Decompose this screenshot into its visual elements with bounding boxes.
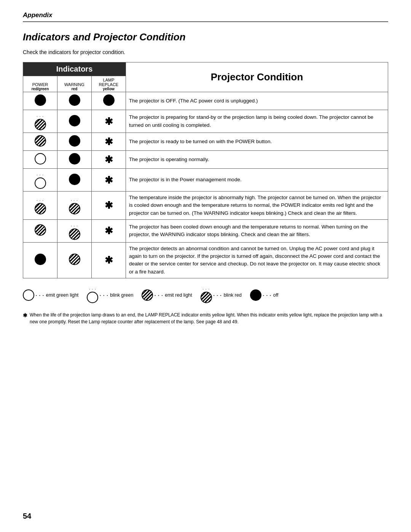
intro-text: Check the indicators for projector condi…	[23, 49, 388, 55]
icon-striped-blink	[201, 292, 212, 303]
legend-item: • • • emit green light	[23, 289, 78, 301]
condition-text-cell: The temperature inside the projector is …	[126, 192, 388, 220]
icon-empty	[23, 289, 34, 301]
blink-marks: · · ·	[37, 199, 44, 203]
icon-striped-blink	[69, 228, 80, 240]
legend-dots: • • •	[155, 294, 163, 297]
legend-dots: • • •	[100, 294, 108, 297]
blink-marks: · · ·	[37, 115, 44, 118]
lamp-indicator-cell: ✱	[92, 192, 126, 220]
power-indicator-cell: · · ·	[23, 110, 57, 133]
condition-text-cell: The projector detects an abnormal condit…	[126, 242, 388, 278]
section-title: Indicators and Projector Condition	[23, 31, 388, 43]
icon-filled	[69, 153, 80, 165]
condition-text-cell: The projector is operating normally.	[126, 151, 388, 169]
blink-marks: · · ·	[89, 288, 96, 291]
legend-item: · · ·• • • blink red	[201, 288, 242, 303]
condition-text-cell: The projector is preparing for stand-by …	[126, 110, 388, 133]
legend: • • • emit green light· · ·• • • blink g…	[23, 288, 388, 303]
footnote: ✱ When the life of the projection lamp d…	[23, 312, 388, 325]
icon-filled	[250, 289, 261, 301]
power-indicator-cell	[23, 133, 57, 151]
legend-dots: • • •	[263, 294, 272, 297]
lamp-indicator-cell	[92, 92, 126, 110]
icon-asterisk: ✱	[105, 137, 113, 147]
warning-indicator-cell	[57, 151, 92, 169]
icon-asterisk: ✱	[105, 155, 113, 165]
col-warning: WARNING red	[57, 76, 92, 92]
blink-marks: · · ·	[202, 288, 210, 291]
warning-indicator-cell	[57, 242, 92, 278]
lamp-indicator-cell: ✱	[92, 169, 126, 192]
icon-striped	[142, 289, 153, 301]
icon-filled	[69, 135, 80, 147]
icon-asterisk: ✱	[105, 200, 113, 210]
condition-text-cell: The projector has been cooled down enoug…	[126, 219, 388, 242]
warning-indicator-cell	[57, 92, 92, 110]
legend-label: blink green	[110, 292, 133, 298]
power-indicator-cell	[23, 242, 57, 278]
icon-striped-blink	[35, 203, 46, 214]
indicators-group-header: Indicators	[23, 62, 126, 76]
section-label: Appendix	[23, 11, 52, 19]
icon-asterisk: ✱	[105, 255, 113, 265]
legend-item: • • • off	[250, 289, 279, 301]
table-row: ✱The projector is operating normally.	[23, 151, 388, 169]
icon-striped	[69, 254, 80, 265]
lamp-indicator-cell: ✱	[92, 110, 126, 133]
icon-empty	[35, 153, 46, 165]
table-row: · · ·· · ·✱The temperature inside the pr…	[23, 192, 388, 220]
blink-marks: · · ·	[71, 199, 78, 203]
condition-text-cell: The projector is OFF. (The AC power cord…	[126, 92, 388, 110]
table-row: ✱The projector is ready to be turned on …	[23, 133, 388, 151]
col-lamp: LAMPREPLACE yellow	[92, 76, 126, 92]
table-row: The projector is OFF. (The AC power cord…	[23, 92, 388, 110]
icon-filled	[35, 94, 46, 106]
footnote-text: When the life of the projection lamp dra…	[30, 312, 382, 324]
table-row: ✱The projector detects an abnormal condi…	[23, 242, 388, 278]
condition-text-cell: The projector is ready to be turned on w…	[126, 133, 388, 151]
icon-filled	[69, 94, 80, 106]
icon-asterisk: ✱	[105, 117, 113, 126]
power-indicator-cell	[23, 219, 57, 242]
warning-indicator-cell	[57, 110, 92, 133]
icon-asterisk: ✱	[105, 226, 113, 236]
table-row: · · ·✱The projector is in the Power mana…	[23, 169, 388, 192]
legend-item: · · ·• • • blink green	[87, 288, 133, 303]
icon-filled	[69, 174, 80, 185]
icon-filled	[103, 94, 115, 106]
lamp-indicator-cell: ✱	[92, 151, 126, 169]
power-indicator-cell: · · ·	[23, 192, 57, 220]
col-power: POWER red/green	[23, 76, 57, 92]
legend-label: emit red light	[165, 292, 192, 298]
warning-indicator-cell	[57, 133, 92, 151]
icon-striped-blink	[35, 119, 46, 130]
power-indicator-cell	[23, 151, 57, 169]
icon-filled	[69, 115, 80, 126]
footnote-asterisk: ✱	[23, 312, 27, 320]
lamp-indicator-cell: ✱	[92, 133, 126, 151]
table-row: · · ·✱The projector is preparing for sta…	[23, 110, 388, 133]
blink-marks: · · ·	[71, 224, 78, 228]
legend-label: off	[273, 292, 279, 298]
header-bar: Appendix	[23, 11, 388, 22]
lamp-indicator-cell: ✱	[92, 219, 126, 242]
icon-empty-blink	[35, 177, 46, 189]
icon-striped	[35, 135, 46, 147]
lamp-indicator-cell: ✱	[92, 242, 126, 278]
icon-asterisk: ✱	[105, 175, 113, 185]
legend-item: • • • emit red light	[142, 289, 192, 301]
legend-label: emit green light	[46, 292, 78, 298]
warning-indicator-cell: · · ·	[57, 219, 92, 242]
legend-dots: • • •	[213, 294, 222, 297]
power-indicator-cell: · · ·	[23, 169, 57, 192]
blink-marks: · · ·	[37, 173, 44, 177]
indicators-table: Indicators Projector Condition POWER red…	[23, 62, 388, 278]
condition-text-cell: The projector is in the Power management…	[126, 169, 388, 192]
page: Appendix Indicators and Projector Condit…	[0, 0, 411, 532]
legend-label: blink red	[224, 292, 242, 298]
page-number: 54	[23, 512, 31, 521]
icon-striped-blink	[69, 203, 80, 214]
warning-indicator-cell: · · ·	[57, 192, 92, 220]
icon-striped	[35, 224, 46, 236]
